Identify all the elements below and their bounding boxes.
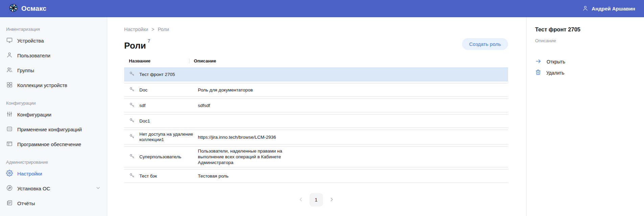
sidebar-item-configurations[interactable]: Конфигурации <box>5 107 101 122</box>
sidebar-group-configurations: Конфигурации <box>6 101 101 106</box>
role-description: Тестовая роль <box>198 173 229 179</box>
gear-icon <box>6 170 13 178</box>
wrench-icon <box>6 185 13 192</box>
role-description: Роль для документаторов <box>198 87 253 93</box>
chevron-left-icon <box>298 196 304 204</box>
user-icon <box>6 52 13 59</box>
key-icon <box>129 172 135 180</box>
role-name: Doc1 <box>139 118 150 124</box>
trash-icon <box>535 69 541 76</box>
role-name: sdf <box>139 103 145 108</box>
sidebar-item-users[interactable]: Пользователи <box>5 48 101 63</box>
table-header: Название Описание <box>124 56 508 68</box>
sliders-icon <box>6 111 13 118</box>
breadcrumb-separator: > <box>152 27 154 32</box>
role-name: Тест фронт 2705 <box>139 72 175 77</box>
role-description: Пользователи, наделенные правами на выпо… <box>198 148 303 165</box>
open-role-action[interactable]: Открыть <box>535 56 636 67</box>
table-row[interactable]: sdf sdfsdf <box>124 99 508 112</box>
report-icon <box>6 199 13 207</box>
sidebar-item-label: Коллекции устройств <box>17 82 67 88</box>
chevron-right-icon <box>328 196 335 204</box>
sidebar-item-groups[interactable]: Группы <box>5 63 101 78</box>
table-row[interactable]: Doc Роль для документаторов <box>124 83 508 97</box>
sidebar-item-devices[interactable]: Устройства <box>5 33 101 48</box>
user-icon <box>582 5 589 12</box>
key-icon <box>129 117 135 125</box>
column-header-description: Описание <box>194 58 216 63</box>
role-name: Doc <box>139 87 147 93</box>
sidebar-item-label: Установка ОС <box>17 186 50 191</box>
breadcrumb: Настройки > Роли <box>124 27 508 32</box>
sidebar-item-reports[interactable]: Отчёты <box>5 196 101 211</box>
key-icon <box>129 86 135 94</box>
monitor-icon <box>6 37 13 45</box>
column-header-name: Название <box>129 58 189 63</box>
table-row[interactable]: Суперпользователь Пользователи, наделенн… <box>124 146 508 167</box>
sidebar-item-label: Конфигурации <box>17 112 51 117</box>
create-role-button[interactable]: Создать роль <box>462 38 508 50</box>
sidebar-item-settings[interactable]: Настройки <box>5 166 101 181</box>
pagination-page-1[interactable]: 1 <box>309 193 323 207</box>
page-title: Роли7 <box>124 38 150 51</box>
users-icon <box>6 66 13 74</box>
app-logo[interactable]: Осмакс <box>9 3 46 14</box>
table-row[interactable]: Нет доступа на удаление коллекции1 https… <box>124 130 508 144</box>
chevron-down-icon[interactable] <box>95 185 101 192</box>
role-name: Тест бэк <box>139 173 157 179</box>
sidebar-item-label: Отчёты <box>17 200 35 206</box>
table-row[interactable]: Doc1 <box>124 114 508 128</box>
roles-count-badge: 7 <box>147 38 150 44</box>
checklist-icon <box>6 126 13 133</box>
table-row[interactable]: Тест фронт 2705 <box>124 68 508 81</box>
top-header: Осмакс Андрей Аршавин <box>0 0 644 17</box>
sidebar-item-label: Настройки <box>17 171 42 177</box>
key-icon <box>129 133 135 141</box>
detail-description-label: Описание <box>535 38 636 43</box>
sidebar-group-administration: Администрирование <box>6 160 101 165</box>
pagination-prev-button[interactable] <box>298 196 304 204</box>
sidebar-item-software[interactable]: Программное обеспечение <box>5 137 101 152</box>
sidebar-group-inventory: Инвентаризация <box>6 27 101 32</box>
grid-icon <box>6 81 13 89</box>
table-row[interactable]: Тест бэк Тестовая роль <box>124 169 508 183</box>
sidebar-item-os-install[interactable]: Установка ОС <box>5 181 101 196</box>
detail-panel: Тест фронт 2705 Описание Открыть <box>526 17 644 216</box>
sidebar-item-label: Пользователи <box>17 53 50 58</box>
main-content: Настройки > Роли Роли7 Создать роль Назв… <box>107 17 526 216</box>
software-icon <box>6 140 13 148</box>
sidebar: Инвентаризация Устройства Пользователи <box>0 17 107 216</box>
pagination: 1 <box>124 193 508 207</box>
breadcrumb-roles: Роли <box>158 27 169 32</box>
sidebar-item-label: Программное обеспечение <box>17 141 81 147</box>
pagination-next-button[interactable] <box>328 196 335 204</box>
brand-name: Осмакс <box>21 5 46 12</box>
pinwheel-logo-icon <box>9 3 18 14</box>
key-icon <box>129 102 135 109</box>
column-divider <box>189 58 189 63</box>
key-icon <box>129 153 135 161</box>
breadcrumb-settings[interactable]: Настройки <box>124 27 148 32</box>
action-label: Открыть <box>547 59 565 64</box>
sidebar-item-apply-configurations[interactable]: Применение конфигураций <box>5 122 101 137</box>
role-description: https://jira.inno.tech/browse/LCM-2936 <box>198 134 276 140</box>
role-description: sdfsdf <box>198 103 210 108</box>
delete-role-action[interactable]: Удалить <box>535 67 636 78</box>
key-icon <box>129 71 135 78</box>
detail-panel-title: Тест фронт 2705 <box>535 26 636 33</box>
roles-table: Название Описание Тест фронт 2705 Doc Ро… <box>124 56 508 183</box>
sidebar-item-device-collections[interactable]: Коллекции устройств <box>5 78 101 92</box>
role-name: Суперпользователь <box>139 154 181 160</box>
role-name: Нет доступа на удаление коллекции1 <box>139 132 193 142</box>
arrow-right-icon <box>535 58 542 65</box>
sidebar-item-label: Применение конфигураций <box>17 127 82 132</box>
sidebar-item-label: Устройства <box>17 38 44 44</box>
action-label: Удалить <box>546 70 564 76</box>
user-menu[interactable]: Андрей Аршавин <box>582 5 635 12</box>
user-name: Андрей Аршавин <box>592 6 635 11</box>
sidebar-item-label: Группы <box>17 68 34 73</box>
